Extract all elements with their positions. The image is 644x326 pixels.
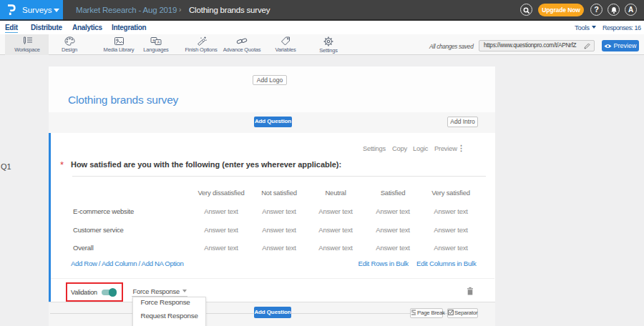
svg-text:A: A (157, 40, 160, 44)
